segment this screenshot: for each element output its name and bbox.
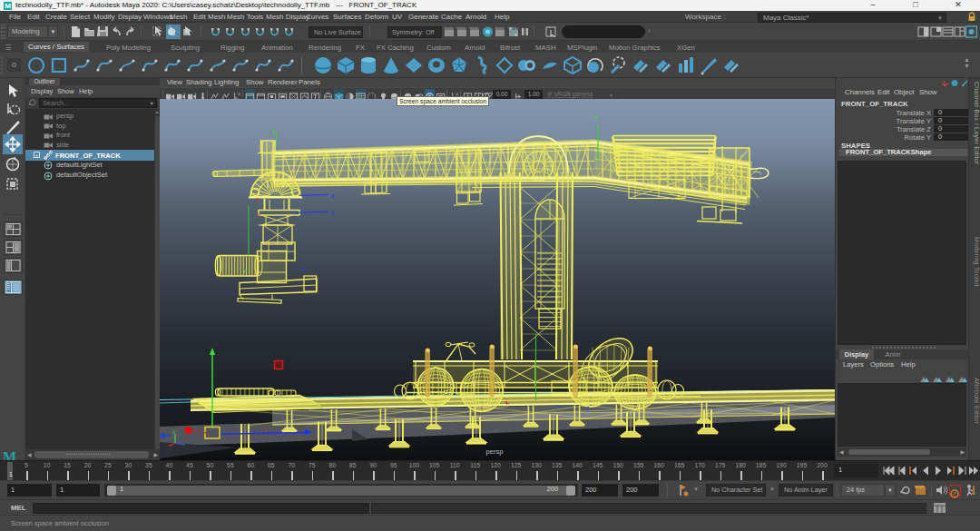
- svg-text:y: y: [594, 113, 598, 121]
- svg-text:y: y: [172, 428, 175, 434]
- svg-text:z: z: [586, 405, 590, 411]
- svg-text:z: z: [331, 192, 335, 199]
- svg-text:z: z: [331, 210, 335, 216]
- svg-text:z: z: [302, 266, 306, 272]
- svg-text:y: y: [272, 127, 276, 134]
- svg-text:persp: persp: [486, 447, 504, 456]
- svg-text:x: x: [264, 427, 267, 432]
